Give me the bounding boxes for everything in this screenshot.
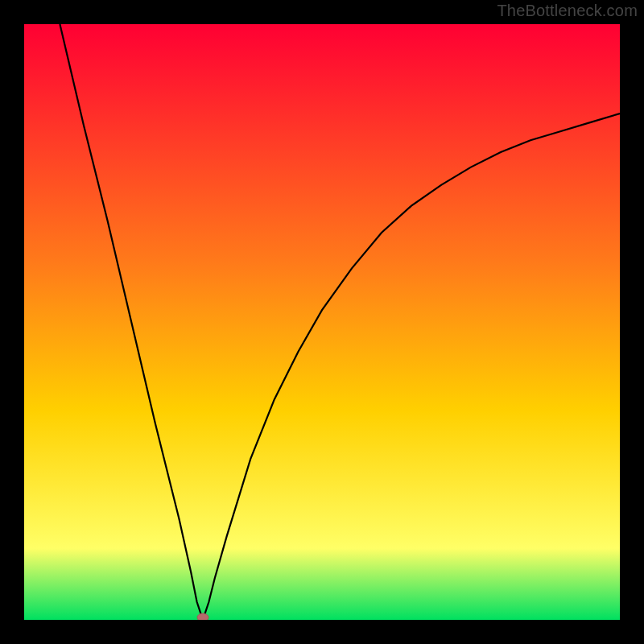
- plot-area: [24, 24, 620, 620]
- chart-frame: TheBottleneck.com: [0, 0, 644, 644]
- gradient-background: [24, 24, 620, 620]
- minimum-marker: [197, 613, 208, 620]
- watermark-text: TheBottleneck.com: [497, 2, 638, 20]
- plot-svg: [24, 24, 620, 620]
